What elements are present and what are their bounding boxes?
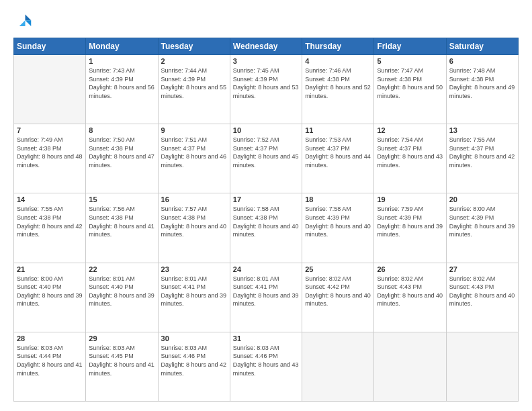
calendar-week-4: 28Sunrise: 8:03 AMSunset: 4:44 PMDayligh… [14, 332, 519, 401]
day-info: Sunrise: 8:01 AMSunset: 4:41 PMDaylight:… [161, 275, 227, 308]
day-info: Sunrise: 7:47 AMSunset: 4:38 PMDaylight:… [377, 66, 443, 100]
day-info: Sunrise: 8:03 AMSunset: 4:45 PMDaylight:… [89, 344, 154, 377]
calendar-day: 11Sunrise: 7:53 AMSunset: 4:37 PMDayligh… [302, 124, 374, 193]
day-number: 27 [449, 265, 515, 273]
day-number: 9 [161, 126, 227, 134]
day-number: 1 [89, 57, 154, 65]
calendar-day: 12Sunrise: 7:54 AMSunset: 4:37 PMDayligh… [374, 124, 446, 193]
calendar-day: 25Sunrise: 8:02 AMSunset: 4:42 PMDayligh… [302, 263, 374, 332]
day-number: 12 [377, 126, 443, 134]
calendar-day [446, 332, 518, 401]
day-info: Sunrise: 8:01 AMSunset: 4:41 PMDaylight:… [233, 275, 299, 308]
calendar-day: 5Sunrise: 7:47 AMSunset: 4:38 PMDaylight… [374, 55, 446, 124]
calendar-day: 16Sunrise: 7:57 AMSunset: 4:38 PMDayligh… [158, 193, 230, 263]
calendar-week-1: 7Sunrise: 7:49 AMSunset: 4:38 PMDaylight… [14, 124, 519, 193]
calendar-day: 19Sunrise: 7:59 AMSunset: 4:39 PMDayligh… [374, 193, 446, 263]
day-number: 3 [233, 57, 299, 65]
page: SundayMondayTuesdayWednesdayThursdayFrid… [0, 0, 532, 411]
calendar-week-0: 1Sunrise: 7:43 AMSunset: 4:39 PMDaylight… [14, 55, 519, 124]
calendar-header-friday: Friday [374, 38, 446, 55]
day-number: 29 [89, 334, 154, 342]
calendar-header-row: SundayMondayTuesdayWednesdayThursdayFrid… [14, 38, 519, 55]
calendar-day: 13Sunrise: 7:55 AMSunset: 4:37 PMDayligh… [446, 124, 518, 193]
calendar-day: 22Sunrise: 8:01 AMSunset: 4:40 PMDayligh… [86, 263, 158, 332]
calendar-day: 3Sunrise: 7:45 AMSunset: 4:39 PMDaylight… [230, 55, 302, 124]
day-number: 2 [161, 57, 227, 65]
day-number: 14 [17, 195, 83, 203]
calendar-day: 23Sunrise: 8:01 AMSunset: 4:41 PMDayligh… [158, 263, 230, 332]
calendar-day: 4Sunrise: 7:46 AMSunset: 4:38 PMDaylight… [302, 55, 374, 124]
day-info: Sunrise: 7:48 AMSunset: 4:38 PMDaylight:… [449, 66, 515, 100]
day-number: 19 [377, 195, 443, 203]
day-number: 22 [89, 265, 154, 273]
day-number: 10 [233, 126, 299, 134]
calendar-day: 15Sunrise: 7:56 AMSunset: 4:38 PMDayligh… [86, 193, 158, 263]
logo [13, 12, 34, 31]
day-info: Sunrise: 7:43 AMSunset: 4:39 PMDaylight:… [89, 66, 154, 100]
day-info: Sunrise: 7:58 AMSunset: 4:38 PMDaylight:… [233, 205, 299, 238]
day-number: 28 [17, 334, 83, 342]
calendar-header-monday: Monday [86, 38, 158, 55]
svg-marker-2 [19, 20, 26, 26]
day-info: Sunrise: 7:56 AMSunset: 4:38 PMDaylight:… [89, 205, 154, 238]
day-info: Sunrise: 7:58 AMSunset: 4:39 PMDaylight:… [305, 205, 371, 238]
day-number: 25 [305, 265, 371, 273]
day-number: 13 [449, 126, 515, 134]
calendar-week-2: 14Sunrise: 7:55 AMSunset: 4:38 PMDayligh… [14, 193, 519, 263]
calendar-header-saturday: Saturday [446, 38, 518, 55]
day-number: 17 [233, 195, 299, 203]
calendar-week-3: 21Sunrise: 8:00 AMSunset: 4:40 PMDayligh… [14, 263, 519, 332]
calendar-day: 30Sunrise: 8:03 AMSunset: 4:46 PMDayligh… [158, 332, 230, 401]
calendar-day [14, 55, 86, 124]
day-number: 24 [233, 265, 299, 273]
day-info: Sunrise: 8:02 AMSunset: 4:42 PMDaylight:… [305, 275, 371, 308]
day-info: Sunrise: 8:00 AMSunset: 4:40 PMDaylight:… [17, 275, 83, 308]
calendar-day: 26Sunrise: 8:02 AMSunset: 4:43 PMDayligh… [374, 263, 446, 332]
svg-marker-0 [26, 15, 32, 21]
day-info: Sunrise: 7:53 AMSunset: 4:37 PMDaylight:… [305, 136, 371, 169]
calendar-day: 2Sunrise: 7:44 AMSunset: 4:39 PMDaylight… [158, 55, 230, 124]
day-info: Sunrise: 8:01 AMSunset: 4:40 PMDaylight:… [89, 275, 154, 308]
calendar-header-tuesday: Tuesday [158, 38, 230, 55]
day-info: Sunrise: 7:55 AMSunset: 4:37 PMDaylight:… [449, 136, 515, 169]
day-number: 6 [449, 57, 515, 65]
day-number: 30 [161, 334, 227, 342]
calendar-day: 20Sunrise: 8:00 AMSunset: 4:39 PMDayligh… [446, 193, 518, 263]
day-info: Sunrise: 7:44 AMSunset: 4:39 PMDaylight:… [161, 66, 227, 100]
calendar-day: 7Sunrise: 7:49 AMSunset: 4:38 PMDaylight… [14, 124, 86, 193]
day-number: 11 [305, 126, 371, 134]
day-info: Sunrise: 8:02 AMSunset: 4:43 PMDaylight:… [449, 275, 515, 308]
svg-marker-1 [26, 20, 32, 26]
day-number: 16 [161, 195, 227, 203]
calendar-header-sunday: Sunday [14, 38, 86, 55]
day-info: Sunrise: 8:03 AMSunset: 4:46 PMDaylight:… [161, 344, 227, 377]
day-info: Sunrise: 7:52 AMSunset: 4:37 PMDaylight:… [233, 136, 299, 169]
calendar-day: 27Sunrise: 8:02 AMSunset: 4:43 PMDayligh… [446, 263, 518, 332]
calendar-table: SundayMondayTuesdayWednesdayThursdayFrid… [13, 38, 519, 402]
day-info: Sunrise: 7:50 AMSunset: 4:38 PMDaylight:… [89, 136, 154, 169]
calendar-day: 6Sunrise: 7:48 AMSunset: 4:38 PMDaylight… [446, 55, 518, 124]
calendar-day [374, 332, 446, 401]
calendar-day: 28Sunrise: 8:03 AMSunset: 4:44 PMDayligh… [14, 332, 86, 401]
calendar-day [302, 332, 374, 401]
day-number: 21 [17, 265, 83, 273]
day-info: Sunrise: 8:03 AMSunset: 4:46 PMDaylight:… [233, 344, 299, 377]
day-number: 4 [305, 57, 371, 65]
day-info: Sunrise: 7:57 AMSunset: 4:38 PMDaylight:… [161, 205, 227, 238]
day-number: 18 [305, 195, 371, 203]
day-number: 15 [89, 195, 154, 203]
calendar-day: 29Sunrise: 8:03 AMSunset: 4:45 PMDayligh… [86, 332, 158, 401]
calendar-day: 31Sunrise: 8:03 AMSunset: 4:46 PMDayligh… [230, 332, 302, 401]
day-info: Sunrise: 7:45 AMSunset: 4:39 PMDaylight:… [233, 66, 299, 100]
day-info: Sunrise: 7:49 AMSunset: 4:38 PMDaylight:… [17, 136, 83, 169]
calendar-day: 21Sunrise: 8:00 AMSunset: 4:40 PMDayligh… [14, 263, 86, 332]
day-info: Sunrise: 7:59 AMSunset: 4:39 PMDaylight:… [377, 205, 443, 238]
calendar-day: 8Sunrise: 7:50 AMSunset: 4:38 PMDaylight… [86, 124, 158, 193]
calendar-day: 10Sunrise: 7:52 AMSunset: 4:37 PMDayligh… [230, 124, 302, 193]
day-number: 23 [161, 265, 227, 273]
calendar-header-thursday: Thursday [302, 38, 374, 55]
day-info: Sunrise: 7:46 AMSunset: 4:38 PMDaylight:… [305, 66, 371, 100]
day-info: Sunrise: 7:55 AMSunset: 4:38 PMDaylight:… [17, 205, 83, 238]
day-info: Sunrise: 7:51 AMSunset: 4:37 PMDaylight:… [161, 136, 227, 169]
calendar-day: 17Sunrise: 7:58 AMSunset: 4:38 PMDayligh… [230, 193, 302, 263]
